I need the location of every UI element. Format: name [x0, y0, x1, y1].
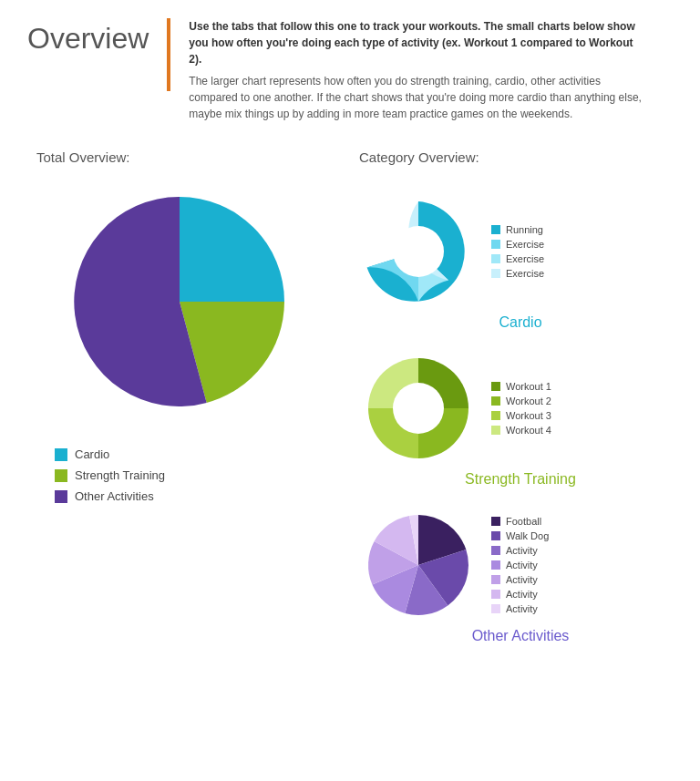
- header-bold: Use the tabs that follow this one to tra…: [189, 18, 644, 67]
- svg-rect-4: [491, 225, 500, 234]
- svg-rect-6: [491, 254, 500, 263]
- activity2-dot: [491, 560, 500, 570]
- strength-legend-icon: [55, 469, 67, 482]
- header-section: Overview Use the tabs that follow this o…: [0, 0, 700, 131]
- svg-rect-11: [491, 411, 500, 420]
- exercise1-dot: [491, 240, 500, 249]
- svg-rect-19: [491, 604, 500, 613]
- legend-item-cardio: Cardio: [55, 447, 165, 461]
- cardio-label: Cardio: [359, 314, 682, 331]
- walkdog-dot: [491, 531, 500, 540]
- svg-rect-9: [491, 382, 500, 391]
- strength-legend-w2: Workout 2: [491, 396, 551, 406]
- cardio-chart-row: Running Exercise Exercise Exercise: [359, 192, 682, 311]
- svg-rect-2: [55, 490, 67, 503]
- other-legend-act3: Activity: [491, 574, 549, 585]
- strength-section: Workout 1 Workout 2 Workout 3 Workout 4: [359, 349, 682, 488]
- strength-legend: Workout 1 Workout 2 Workout 3 Workout 4: [491, 381, 551, 436]
- workout4-dot: [491, 426, 500, 435]
- total-overview-title: Total Overview:: [36, 149, 130, 165]
- svg-rect-18: [491, 590, 500, 599]
- exercise2-dot: [491, 254, 500, 263]
- svg-point-3: [393, 226, 444, 277]
- strength-legend-w4: Workout 4: [491, 425, 551, 436]
- other-chart: [359, 506, 478, 624]
- svg-rect-1: [55, 469, 67, 482]
- left-panel: Total Overview: Cardio: [18, 149, 341, 644]
- svg-point-8: [393, 383, 444, 434]
- svg-rect-12: [491, 426, 500, 435]
- total-overview-chart: [61, 183, 298, 420]
- other-legend-football: Football: [491, 516, 549, 527]
- other-chart-row: Football Walk Dog Activity Activity: [359, 506, 682, 624]
- workout2-dot: [491, 396, 500, 406]
- workout3-dot: [491, 411, 500, 420]
- cardio-legend-icon: [55, 448, 67, 461]
- cardio-legend-ex3: Exercise: [491, 268, 544, 279]
- legend-label-strength: Strength Training: [75, 468, 165, 482]
- other-label: Other Activities: [359, 628, 682, 644]
- svg-rect-5: [491, 240, 500, 249]
- strength-legend-w3: Workout 3: [491, 410, 551, 421]
- activity5-dot: [491, 604, 500, 613]
- legend-item-strength: Strength Training: [55, 468, 165, 482]
- svg-rect-10: [491, 396, 500, 406]
- cardio-legend-ex2: Exercise: [491, 253, 544, 264]
- running-dot: [491, 225, 500, 234]
- cardio-section: Running Exercise Exercise Exercise: [359, 192, 682, 331]
- workout1-dot: [491, 382, 500, 391]
- cardio-legend-ex1: Exercise: [491, 239, 544, 250]
- page-title: Overview: [27, 18, 149, 56]
- strength-label: Strength Training: [359, 471, 682, 488]
- cardio-legend: Running Exercise Exercise Exercise: [491, 224, 544, 279]
- football-dot: [491, 517, 500, 526]
- svg-rect-15: [491, 546, 500, 555]
- svg-rect-13: [491, 517, 500, 526]
- activity3-dot: [491, 575, 500, 584]
- other-legend-act2: Activity: [491, 560, 549, 570]
- header-divider: [167, 18, 170, 91]
- other-legend-act4: Activity: [491, 589, 549, 600]
- cardio-chart: [359, 192, 478, 311]
- other-legend-act5: Activity: [491, 603, 549, 614]
- cardio-legend-running: Running: [491, 224, 544, 235]
- activity4-dot: [491, 590, 500, 599]
- other-section: Football Walk Dog Activity Activity: [359, 506, 682, 644]
- category-overview-title: Category Overview:: [359, 149, 682, 165]
- strength-chart: [359, 349, 478, 468]
- header-body: The larger chart represents how often yo…: [189, 73, 644, 122]
- other-legend-icon: [55, 490, 67, 503]
- svg-rect-0: [55, 448, 67, 461]
- activity1-dot: [491, 546, 500, 555]
- svg-rect-17: [491, 575, 500, 584]
- svg-rect-14: [491, 531, 500, 540]
- legend-label-other: Other Activities: [75, 489, 154, 503]
- exercise3-dot: [491, 269, 500, 278]
- other-legend-act1: Activity: [491, 545, 549, 556]
- header-description: Use the tabs that follow this one to tra…: [189, 18, 644, 122]
- svg-rect-7: [491, 269, 500, 278]
- legend-item-other: Other Activities: [55, 489, 165, 503]
- main-content: Total Overview: Cardio: [0, 131, 700, 663]
- right-panel: Category Overview:: [359, 149, 682, 644]
- strength-legend-w1: Workout 1: [491, 381, 551, 392]
- legend-label-cardio: Cardio: [75, 447, 109, 461]
- total-overview-legend: Cardio Strength Training Other Activitie…: [55, 447, 165, 503]
- svg-rect-16: [491, 560, 500, 570]
- other-legend: Football Walk Dog Activity Activity: [491, 516, 549, 614]
- strength-chart-row: Workout 1 Workout 2 Workout 3 Workout 4: [359, 349, 682, 468]
- other-legend-walkdog: Walk Dog: [491, 530, 549, 541]
